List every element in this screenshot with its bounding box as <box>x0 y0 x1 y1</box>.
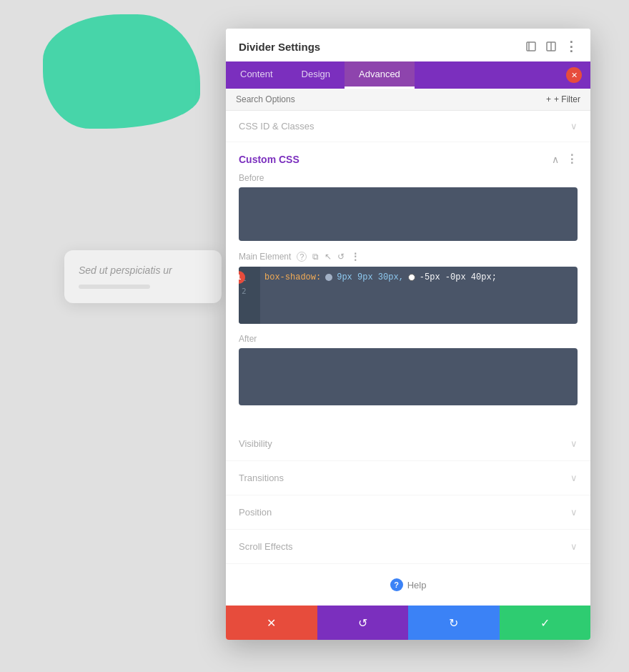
search-bar: + + Filter <box>226 89 590 111</box>
custom-css-header: Custom CSS ∧ ⋮ <box>226 142 590 173</box>
visibility-title: Visibility <box>239 438 272 449</box>
panel-content: CSS ID & Classes ∨ Custom CSS ∧ ⋮ Before… <box>226 111 590 606</box>
custom-css-more-icon[interactable]: ⋮ <box>566 152 578 166</box>
code-property: box-shadow: <box>264 272 321 282</box>
color-dot-1[interactable] <box>325 274 332 281</box>
transitions-section[interactable]: Transitions ∨ <box>226 461 590 495</box>
tab-close-area: ✕ <box>566 61 590 89</box>
main-element-editor[interactable]: 1 2 1 box-shadow: 9px 9px 30px, -5px -0p… <box>239 267 578 324</box>
panel-header: Divider Settings ⋮ <box>226 29 590 53</box>
close-icon: ✕ <box>571 71 578 80</box>
main-element-more-icon[interactable]: ⋮ <box>350 251 360 262</box>
badge-1: 1 <box>239 271 245 284</box>
color-dot-2[interactable] <box>408 274 415 281</box>
search-input[interactable] <box>236 94 546 104</box>
filter-plus-icon: + <box>546 94 551 104</box>
maximize-icon[interactable] <box>525 40 538 53</box>
before-label: Before <box>239 173 578 183</box>
panel-tabs: Content Design Advanced ✕ <box>226 61 590 89</box>
paint-splash-decoration <box>43 14 200 129</box>
canvas-card-text: Sed ut perspiciatis ur <box>79 265 207 276</box>
panel-header-icons: ⋮ <box>525 40 578 53</box>
css-id-classes-title: CSS ID & Classes <box>239 121 314 132</box>
transitions-chevron-icon: ∨ <box>570 473 578 483</box>
more-options-icon[interactable]: ⋮ <box>565 40 578 53</box>
cancel-button[interactable]: ✕ <box>226 606 317 640</box>
filter-label: + Filter <box>554 94 580 104</box>
visibility-chevron-icon: ∨ <box>570 438 578 449</box>
main-element-copy-icon[interactable]: ⧉ <box>312 252 319 262</box>
help-icon[interactable]: ? <box>390 578 403 591</box>
css-id-chevron-icon: ∨ <box>570 121 578 132</box>
help-text[interactable]: Help <box>407 580 427 591</box>
undo-button[interactable]: ↺ <box>317 606 409 640</box>
position-chevron-icon: ∨ <box>570 507 578 518</box>
transitions-title: Transitions <box>239 473 284 483</box>
divider-settings-panel: Divider Settings ⋮ Content Design Advanc… <box>226 29 590 640</box>
after-label: After <box>239 334 578 344</box>
line-badge: 1 <box>239 271 245 284</box>
confirm-button[interactable]: ✓ <box>500 606 591 640</box>
canvas-card: Sed ut perspiciatis ur <box>64 250 222 303</box>
main-element-reset-icon[interactable]: ↺ <box>337 252 345 262</box>
line-num-2: 2 <box>242 285 257 298</box>
code-values-2: -5px -0px 40px; <box>420 272 497 282</box>
undo-icon: ↺ <box>358 616 367 630</box>
position-title: Position <box>239 507 272 518</box>
panel-close-button[interactable]: ✕ <box>566 67 582 83</box>
scroll-effects-chevron-icon: ∨ <box>570 541 578 552</box>
main-element-cursor-icon[interactable]: ↖ <box>325 252 332 262</box>
css-id-classes-section[interactable]: CSS ID & Classes ∨ <box>226 111 590 142</box>
tab-content[interactable]: Content <box>226 61 287 89</box>
panel-title: Divider Settings <box>239 41 320 53</box>
position-section[interactable]: Position ∨ <box>226 495 590 530</box>
scroll-effects-title: Scroll Effects <box>239 541 293 552</box>
confirm-icon: ✓ <box>540 616 550 630</box>
main-element-bar: Main Element ? ⧉ ↖ ↺ ⋮ <box>239 251 578 262</box>
tab-design[interactable]: Design <box>287 61 345 89</box>
help-section: ? Help <box>226 564 590 606</box>
svg-rect-0 <box>527 42 535 51</box>
panel-footer: ✕ ↺ ↻ ✓ <box>226 606 590 640</box>
cancel-icon: ✕ <box>267 616 276 630</box>
after-editor[interactable] <box>239 348 578 405</box>
scroll-effects-section[interactable]: Scroll Effects ∨ <box>226 530 590 564</box>
code-values-1: 9px 9px 30px, <box>337 272 404 282</box>
tab-advanced[interactable]: Advanced <box>345 61 415 89</box>
custom-css-collapse-icon[interactable]: ∧ <box>552 154 559 165</box>
before-editor[interactable] <box>239 187 578 241</box>
code-line-1: box-shadow: 9px 9px 30px, -5px -0px 40px… <box>264 272 497 282</box>
custom-css-section: Custom CSS ∧ ⋮ Before Main Element ? ⧉ ↖… <box>226 142 590 427</box>
main-element-question-icon[interactable]: ? <box>297 252 307 262</box>
canvas-card-bar <box>79 285 150 289</box>
main-element-label: Main Element <box>239 252 291 262</box>
custom-css-header-icons: ∧ ⋮ <box>552 152 578 166</box>
custom-css-title: Custom CSS <box>239 154 299 165</box>
columns-icon[interactable] <box>545 40 558 53</box>
redo-button[interactable]: ↻ <box>408 606 500 640</box>
redo-icon: ↻ <box>449 616 458 630</box>
visibility-section[interactable]: Visibility ∨ <box>226 427 590 461</box>
filter-button[interactable]: + + Filter <box>546 94 580 104</box>
